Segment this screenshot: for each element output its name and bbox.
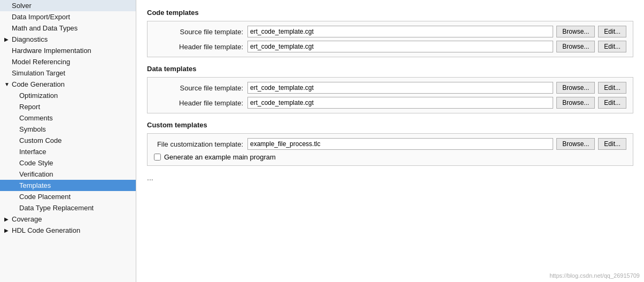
sidebar-item-label-hdl-code-generation: HDL Code Generation (12, 226, 80, 234)
data-header-input[interactable] (247, 97, 553, 109)
generate-main-row: Generate an example main program (154, 153, 626, 161)
data-source-browse-button[interactable]: Browse... (556, 82, 595, 94)
sidebar-item-label-simulation-target: Simulation Target (12, 69, 65, 77)
sidebar-item-label-hardware-implementation: Hardware Implementation (12, 47, 91, 55)
code-source-browse-button[interactable]: Browse... (556, 26, 595, 37)
sidebar-item-label-templates: Templates (19, 181, 51, 189)
data-header-row: Header file template: Browse... Edit... (154, 97, 626, 109)
sidebar-item-hdl-code-generation[interactable]: ▶HDL Code Generation (0, 225, 136, 236)
ellipsis-text: ... (147, 173, 633, 182)
generate-main-label: Generate an example main program (164, 153, 276, 161)
code-source-row: Source file template: Browse... Edit... (154, 26, 626, 37)
coverage-arrow-icon: ▶ (4, 216, 10, 222)
sidebar-item-label-interface: Interface (19, 148, 46, 156)
sidebar-item-label-report: Report (19, 103, 40, 111)
sidebar-item-label-diagnostics: Diagnostics (12, 35, 48, 43)
sidebar-item-data-type-replacement[interactable]: Data Type Replacement (0, 202, 136, 214)
code-source-input[interactable] (247, 26, 553, 37)
sidebar: SolverData Import/ExportMath and Data Ty… (0, 0, 136, 282)
data-header-label: Header file template: (154, 99, 247, 107)
sidebar-item-symbols[interactable]: Symbols (0, 124, 136, 135)
sidebar-item-code-generation[interactable]: ▼Code Generation (0, 79, 136, 90)
sidebar-item-code-style[interactable]: Code Style (0, 157, 136, 169)
data-source-edit-button[interactable]: Edit... (598, 82, 626, 94)
code-templates-title: Code templates (147, 9, 633, 17)
custom-templates-section: File customization template: Browse... E… (147, 133, 633, 166)
custom-file-label: File customization template: (154, 140, 247, 148)
sidebar-item-code-placement[interactable]: Code Placement (0, 191, 136, 202)
generate-main-checkbox[interactable] (154, 154, 161, 161)
sidebar-item-math-and-data-types[interactable]: Math and Data Types (0, 22, 136, 34)
main-content: Code templates Source file template: Bro… (136, 0, 644, 282)
sidebar-item-label-solver: Solver (12, 2, 32, 10)
sidebar-item-hardware-implementation[interactable]: Hardware Implementation (0, 45, 136, 56)
data-source-input[interactable] (247, 82, 553, 94)
sidebar-item-comments[interactable]: Comments (0, 112, 136, 124)
code-source-edit-button[interactable]: Edit... (598, 26, 626, 37)
code-source-label: Source file template: (154, 28, 247, 36)
sidebar-item-coverage[interactable]: ▶Coverage (0, 214, 136, 225)
sidebar-item-solver[interactable]: Solver (0, 0, 136, 11)
custom-file-browse-button[interactable]: Browse... (556, 138, 595, 150)
sidebar-item-label-model-referencing: Model Referencing (12, 58, 70, 66)
code-generation-arrow-icon: ▼ (4, 81, 10, 87)
data-source-label: Source file template: (154, 84, 247, 92)
custom-file-edit-button[interactable]: Edit... (598, 138, 626, 150)
data-templates-title: Data templates (147, 65, 633, 73)
sidebar-item-custom-code[interactable]: Custom Code (0, 135, 136, 146)
sidebar-item-data-import-export[interactable]: Data Import/Export (0, 11, 136, 22)
sidebar-item-label-symbols: Symbols (19, 125, 46, 133)
custom-file-input[interactable] (247, 138, 553, 150)
sidebar-item-diagnostics[interactable]: ▶Diagnostics (0, 34, 136, 45)
data-templates-section: Source file template: Browse... Edit... … (147, 77, 633, 113)
sidebar-item-interface[interactable]: Interface (0, 146, 136, 157)
data-source-row: Source file template: Browse... Edit... (154, 82, 626, 94)
sidebar-item-label-data-type-replacement: Data Type Replacement (19, 204, 94, 212)
sidebar-item-label-custom-code: Custom Code (19, 136, 61, 144)
code-header-edit-button[interactable]: Edit... (598, 41, 626, 52)
sidebar-item-verification[interactable]: Verification (0, 169, 136, 180)
sidebar-item-report[interactable]: Report (0, 101, 136, 112)
custom-templates-title: Custom templates (147, 121, 633, 129)
sidebar-item-label-code-style: Code Style (19, 159, 53, 167)
hdl-code-generation-arrow-icon: ▶ (4, 227, 10, 233)
custom-file-row: File customization template: Browse... E… (154, 138, 626, 150)
sidebar-item-label-code-generation: Code Generation (12, 80, 65, 88)
code-header-label: Header file template: (154, 43, 247, 51)
sidebar-item-label-code-placement: Code Placement (19, 193, 71, 201)
sidebar-item-templates[interactable]: Templates (0, 180, 136, 191)
sidebar-item-label-math-and-data-types: Math and Data Types (12, 24, 77, 32)
sidebar-item-label-data-import-export: Data Import/Export (12, 13, 70, 21)
sidebar-item-optimization[interactable]: Optimization (0, 90, 136, 101)
sidebar-item-label-comments: Comments (19, 114, 53, 122)
watermark-text: https://blog.csdn.net/qq_26915709 (549, 272, 640, 279)
data-header-edit-button[interactable]: Edit... (598, 97, 626, 109)
sidebar-item-label-coverage: Coverage (12, 215, 42, 223)
diagnostics-arrow-icon: ▶ (4, 36, 10, 42)
code-templates-section: Source file template: Browse... Edit... … (147, 21, 633, 57)
sidebar-item-simulation-target[interactable]: Simulation Target (0, 67, 136, 79)
sidebar-item-model-referencing[interactable]: Model Referencing (0, 56, 136, 67)
code-header-browse-button[interactable]: Browse... (556, 41, 595, 52)
data-header-browse-button[interactable]: Browse... (556, 97, 595, 109)
code-header-input[interactable] (247, 41, 553, 52)
code-header-row: Header file template: Browse... Edit... (154, 41, 626, 52)
sidebar-item-label-verification: Verification (19, 170, 53, 178)
sidebar-item-label-optimization: Optimization (19, 92, 58, 100)
